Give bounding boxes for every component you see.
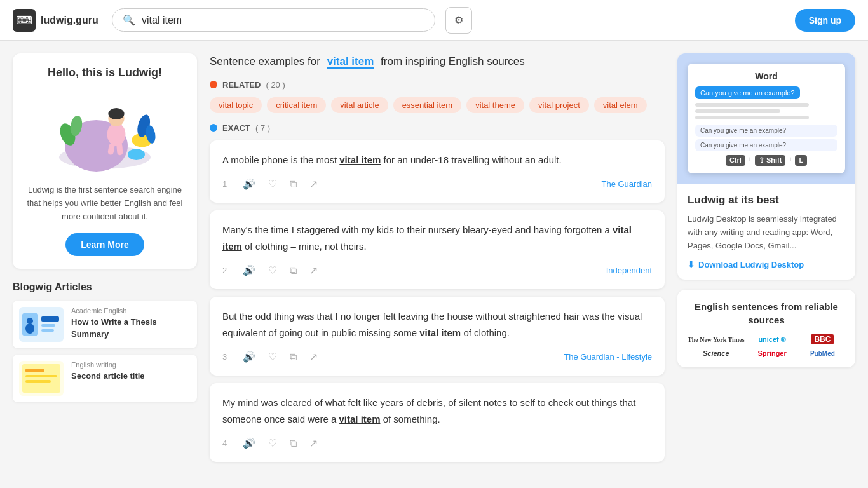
blog-category: English writing [71, 361, 191, 369]
like-button[interactable]: ♡ [266, 349, 280, 364]
related-count: ( 20 ) [266, 80, 285, 90]
copy-button[interactable]: ⧉ [287, 437, 299, 451]
copy-button[interactable]: ⧉ [287, 350, 299, 364]
result-footer: 3 🔊 ♡ ⧉ ↗ The Guardian - Lifestyle [222, 349, 652, 364]
result-text-before: Many's the time I staggered with my kids… [222, 224, 613, 235]
tag-vital-article[interactable]: vital article [331, 97, 388, 113]
svg-rect-23 [25, 375, 57, 377]
result-card: My mind was cleared of what felt like ye… [210, 383, 665, 462]
speaker-button[interactable]: 🔊 [240, 436, 258, 451]
ludwig-best-card: Word Can you give me an example? Can you… [677, 53, 855, 280]
word-mock-lines [695, 103, 837, 119]
logo-area: ⌨ ludwig.guru [13, 9, 102, 32]
tag-vital-elem[interactable]: vital elem [594, 97, 647, 113]
related-section: RELATED ( 20 ) [210, 80, 665, 90]
search-icon: 🔍 [123, 14, 135, 26]
kbd-plus2: + [788, 155, 792, 166]
result-footer: 1 🔊 ♡ ⧉ ↗ The Guardian [222, 177, 652, 191]
result-num: 1 [222, 179, 233, 189]
tag-vital-topic[interactable]: vital topic [210, 97, 262, 113]
kbd-plus: + [748, 155, 752, 166]
result-num: 2 [222, 266, 233, 275]
download-icon: ⬇ [688, 260, 695, 269]
blogwig-title: Blogwig Articles [13, 281, 197, 293]
hello-title: Hello, this is Ludwig! [25, 66, 184, 79]
word-mock-title: Word [695, 71, 837, 81]
word-mock-reply-2: Can you give me an example? [695, 139, 837, 151]
speaker-button[interactable]: 🔊 [240, 263, 258, 278]
hello-card: Hello, this is Ludwig! [13, 53, 197, 269]
best-card-desc: Ludwig Desktop is seamlessly integrated … [688, 213, 845, 252]
result-text-after: of something. [380, 414, 440, 424]
result-footer: 4 🔊 ♡ ⧉ ↗ [222, 436, 652, 451]
search-input[interactable] [142, 15, 424, 26]
svg-point-19 [25, 323, 34, 334]
source-logo-science: Science [703, 349, 729, 357]
blog-info: English writing Second article title [71, 361, 191, 382]
kbd-l: L [795, 155, 807, 166]
word-preview: Word Can you give me an example? Can you… [677, 53, 855, 184]
svg-rect-16 [41, 324, 55, 327]
result-text: My mind was cleared of what felt like ye… [222, 395, 652, 427]
word-mock-ui: Word Can you give me an example? Can you… [688, 64, 845, 173]
source-link[interactable]: The Guardian [602, 179, 653, 189]
svg-point-10 [108, 108, 124, 119]
sign-up-button[interactable]: Sign up [795, 9, 855, 32]
exact-dot [210, 124, 217, 132]
result-num: 3 [222, 352, 233, 362]
hello-desc: Ludwig is the first sentence search engi… [25, 184, 184, 223]
learn-more-button[interactable]: Learn More [65, 233, 144, 256]
filter-button[interactable]: ⚙ [445, 7, 472, 34]
blog-post-title[interactable]: How to Write a Thesis Summary [71, 316, 191, 339]
source-link[interactable]: Independent [606, 266, 652, 275]
right-sidebar: Word Can you give me an example? Can you… [677, 53, 855, 470]
share-button[interactable]: ↗ [307, 436, 320, 451]
english-sources-card: English sentences from reliable sources … [677, 290, 855, 367]
tag-critical-item[interactable]: critical item [267, 97, 326, 113]
logo-text: ludwig.guru [41, 15, 98, 26]
result-footer: 2 🔊 ♡ ⧉ ↗ Independent [222, 263, 652, 278]
share-button[interactable]: ↗ [307, 177, 320, 191]
tag-vital-theme[interactable]: vital theme [466, 97, 524, 113]
result-num: 4 [222, 438, 233, 448]
tags-container: vital topic critical item vital article … [210, 97, 665, 113]
source-link[interactable]: The Guardian - Lifestyle [564, 352, 652, 362]
blog-thumbnail [19, 361, 64, 396]
source-logo-pubmed: PubMed [810, 350, 835, 357]
copy-button[interactable]: ⧉ [287, 264, 299, 278]
speaker-button[interactable]: 🔊 [240, 349, 258, 364]
result-text-after: of clothing. [461, 327, 510, 338]
blog-post-title[interactable]: Second article title [71, 370, 191, 382]
like-button[interactable]: ♡ [266, 436, 280, 451]
download-link[interactable]: ⬇ Download Ludwig Desktop [688, 260, 845, 269]
tag-vital-project[interactable]: vital project [529, 97, 589, 113]
like-button[interactable]: ♡ [266, 177, 280, 191]
copy-button[interactable]: ⧉ [287, 177, 299, 191]
like-button[interactable]: ♡ [266, 263, 280, 278]
svg-rect-22 [25, 369, 44, 372]
mock-line [695, 109, 780, 113]
source-logo-bbc: BBC [811, 334, 834, 344]
left-sidebar: Hello, this is Ludwig! [13, 53, 197, 470]
result-term: vital item [339, 414, 380, 424]
result-card: A mobile phone is the most vital item fo… [210, 140, 665, 203]
source-logo-springer: Springer [758, 349, 787, 357]
sentence-header: Sentence examples for vital item from in… [210, 53, 665, 70]
svg-rect-15 [41, 316, 59, 322]
result-term: vital item [419, 327, 461, 338]
sentence-header-suffix: from inspiring English sources [381, 55, 525, 67]
sources-title: English sentences from reliable sources [688, 300, 845, 327]
center-content: Sentence examples for vital item from in… [210, 53, 665, 470]
result-card: Many's the time I staggered with my kids… [210, 210, 665, 289]
word-mock-reply: Can you give me an example? [695, 125, 837, 137]
tag-essential-item[interactable]: essential item [393, 97, 461, 113]
kbd-row: Ctrl + ⇧ Shift + L [695, 155, 837, 166]
speaker-button[interactable]: 🔊 [240, 177, 258, 191]
kbd-shift: ⇧ Shift [755, 155, 786, 166]
source-logo-nyt: The New York Times [688, 336, 745, 343]
share-button[interactable]: ↗ [307, 263, 320, 278]
related-dot [210, 81, 217, 88]
best-card-body: Ludwig at its best Ludwig Desktop is sea… [677, 184, 855, 280]
blog-info: Academic English How to Write a Thesis S… [71, 307, 191, 339]
share-button[interactable]: ↗ [307, 349, 320, 364]
